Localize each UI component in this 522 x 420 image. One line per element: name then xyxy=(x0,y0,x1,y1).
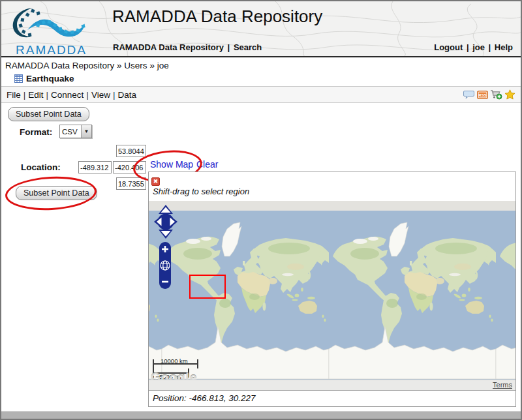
ramadda-logo[interactable]: RAMADDA xyxy=(8,4,93,55)
format-select[interactable]: CSV ▼ xyxy=(59,125,92,138)
breadcrumb-joe[interactable]: joe xyxy=(157,61,169,70)
header-nav: RAMADDA Data Repository | Search Logout … xyxy=(112,42,514,52)
rss-icon-label: RSS xyxy=(478,93,486,97)
menu-data[interactable]: Data xyxy=(117,90,136,100)
ramadda-logo-swoosh xyxy=(8,4,93,43)
map-viewport[interactable]: 10000 km 5000 mi Google Terms xyxy=(149,201,515,390)
logo-wordmark: RAMADDA xyxy=(16,43,87,57)
entry-name[interactable]: Earthquake xyxy=(26,74,74,83)
location-label: Location: xyxy=(21,162,61,172)
star-icon[interactable] xyxy=(504,89,515,100)
breadcrumb-separator: » xyxy=(149,61,155,70)
header-user-nav: Logout | joe | Help xyxy=(433,42,514,52)
page-title: RAMADDA Data Repository xyxy=(112,7,322,27)
nav-user-link[interactable]: joe xyxy=(472,42,485,52)
menu-separator: | xyxy=(86,90,89,100)
breadcrumb: RAMADDA Data Repository » Users » joe xyxy=(1,57,521,72)
page-header: RAMADDA RAMADDA Data Repository RAMADDA … xyxy=(1,1,521,57)
map-zoom-control[interactable] xyxy=(159,241,172,290)
menu-separator: | xyxy=(46,90,49,100)
format-label: Format: xyxy=(20,127,52,137)
nav-separator: | xyxy=(489,42,491,52)
format-selected-value: CSV xyxy=(60,128,81,136)
map-hint-text: Shift-drag to select region xyxy=(151,186,513,200)
menu-items: File|Edit|Connect|View|Data xyxy=(7,90,136,100)
nav-repository-link[interactable]: RAMADDA Data Repository xyxy=(113,42,224,52)
map-panel-header: ✖ Shift-drag to select region xyxy=(149,172,515,201)
clear-link[interactable]: Clear xyxy=(196,159,218,170)
nav-search-link[interactable]: Search xyxy=(234,42,262,52)
map-position-readout: Position: -466.813, 30.227 xyxy=(149,390,515,406)
breadcrumb-separator: » xyxy=(117,61,122,70)
map-panel: ✖ Shift-drag to select region xyxy=(148,172,516,407)
comment-icon[interactable] xyxy=(463,90,475,100)
subset-point-data-button-bottom[interactable]: Subset Point Data xyxy=(16,186,97,200)
location-north-input[interactable] xyxy=(116,145,146,157)
nav-separator: | xyxy=(228,42,230,52)
menu-edit[interactable]: Edit xyxy=(28,90,43,100)
scale-km-label: 10000 km xyxy=(161,357,188,365)
terms-link[interactable]: Terms xyxy=(493,381,512,389)
subset-form: Subset Point Data Format: CSV ▼ Location… xyxy=(1,103,521,407)
nav-separator: | xyxy=(467,42,469,52)
menubar-icons: RSS xyxy=(463,89,515,100)
ramadda-page: RAMADDA RAMADDA Data Repository RAMADDA … xyxy=(0,0,522,420)
spreadsheet-icon xyxy=(14,74,23,83)
nav-help-link[interactable]: Help xyxy=(495,42,513,52)
select-dropdown-arrow: ▼ xyxy=(81,125,91,138)
menu-file[interactable]: File xyxy=(7,90,21,100)
location-east-input[interactable] xyxy=(113,161,146,173)
map-selection-rectangle[interactable] xyxy=(189,275,226,299)
menu-separator: | xyxy=(113,90,115,100)
nav-logout-link[interactable]: Logout xyxy=(434,42,463,52)
map-pan-control[interactable] xyxy=(153,203,179,241)
rss-icon[interactable]: RSS xyxy=(477,91,488,99)
page-footer-bar xyxy=(1,411,521,419)
menu-connect[interactable]: Connect xyxy=(51,90,84,100)
map-attribution-bar: Terms xyxy=(149,380,515,390)
breadcrumb-repository[interactable]: RAMADDA Data Repository xyxy=(5,61,114,70)
entry-row: Earthquake xyxy=(1,72,521,86)
entry-menubar: File|Edit|Connect|View|Data RSS xyxy=(1,86,521,103)
show-map-link[interactable]: Show Map xyxy=(150,159,193,170)
menu-separator: | xyxy=(23,90,26,100)
subset-point-data-button-top[interactable]: Subset Point Data xyxy=(8,107,89,121)
menu-view[interactable]: View xyxy=(91,90,110,100)
close-icon[interactable]: ✖ xyxy=(151,177,160,186)
cart-icon[interactable] xyxy=(490,89,502,100)
location-south-input[interactable] xyxy=(116,177,146,190)
location-west-input[interactable] xyxy=(78,161,112,173)
breadcrumb-users[interactable]: Users xyxy=(124,61,147,70)
